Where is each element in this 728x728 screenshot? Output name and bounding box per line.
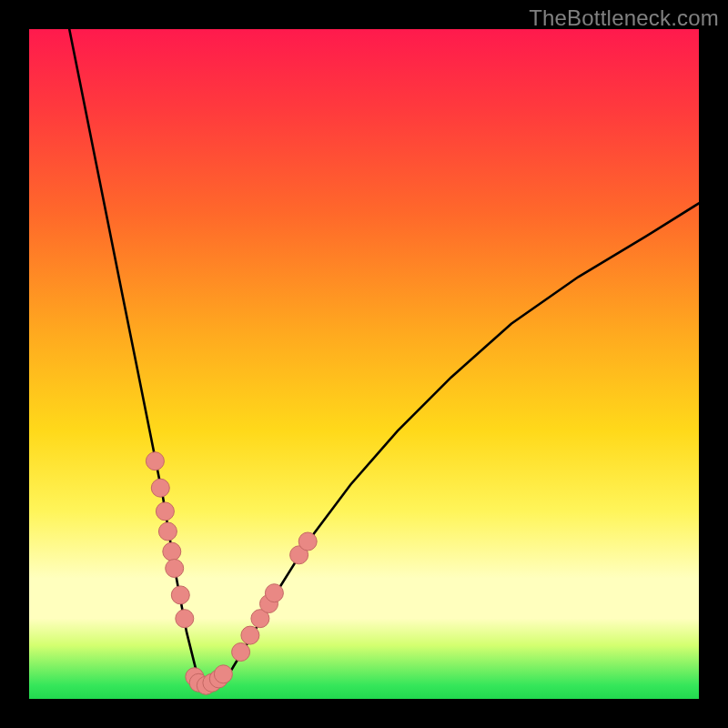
data-point	[163, 542, 181, 561]
data-point	[241, 626, 259, 644]
chart-overlay	[29, 29, 699, 699]
bottleneck-curve	[69, 29, 699, 685]
data-points-group	[146, 452, 317, 695]
data-point	[214, 665, 232, 683]
data-point	[232, 643, 250, 662]
data-point	[158, 522, 177, 541]
outer-frame: TheBottleneck.com	[0, 0, 728, 728]
data-point	[265, 584, 283, 602]
data-point	[298, 532, 317, 551]
watermark-text: TheBottleneck.com	[529, 5, 719, 31]
data-point	[171, 586, 189, 604]
data-point	[146, 452, 164, 470]
plot-area	[29, 29, 699, 699]
data-point	[176, 610, 194, 628]
data-point	[166, 560, 184, 578]
data-point	[151, 479, 169, 497]
data-point	[156, 502, 174, 521]
